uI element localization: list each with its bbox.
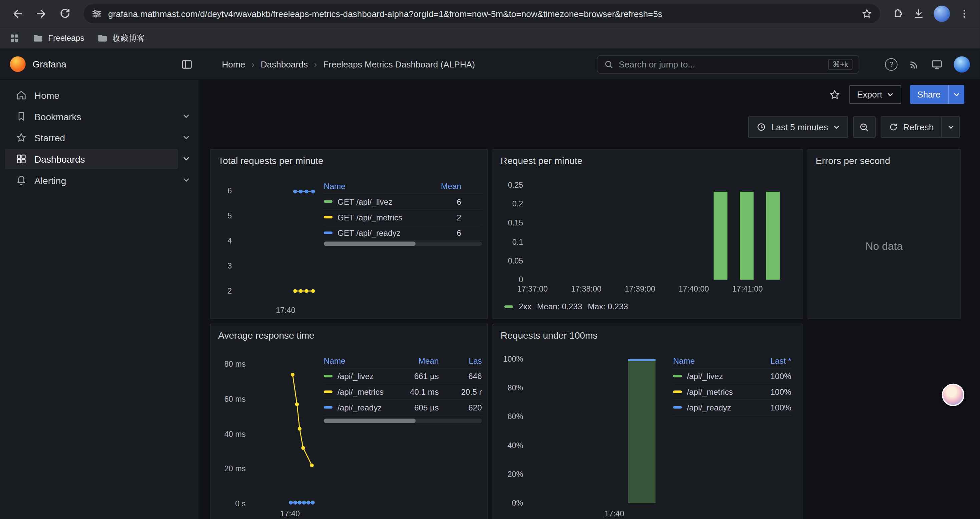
refresh-button[interactable]: Refresh — [881, 117, 942, 138]
chevron-down-icon[interactable] — [183, 155, 190, 163]
dashboards-icon — [16, 153, 27, 164]
series-swatch — [324, 232, 332, 234]
bookmark-label: 收藏博客 — [112, 32, 145, 43]
browser-profile-avatar[interactable] — [934, 6, 950, 22]
series-name[interactable]: /api/_livez — [337, 371, 374, 381]
series-name[interactable]: GET /api/_readyz — [337, 228, 401, 238]
browser-menu-icon[interactable] — [959, 8, 970, 19]
series-name[interactable]: GET /api/_livez — [337, 197, 393, 206]
series-name[interactable]: /api/_metrics — [337, 387, 383, 396]
legend-header-mean[interactable]: Mean — [424, 181, 461, 191]
zoom-out-button[interactable] — [853, 117, 876, 138]
legend-header-name[interactable]: Name — [324, 181, 424, 191]
chevron-down-icon — [886, 91, 894, 98]
export-button[interactable]: Export — [850, 85, 901, 104]
series-mean: 661 µs — [401, 371, 439, 381]
grafana-logo[interactable] — [10, 56, 26, 72]
sidebar-toggle-icon[interactable] — [180, 58, 193, 70]
extensions-icon[interactable] — [891, 7, 904, 20]
legend-header-mean[interactable]: Mean — [401, 356, 439, 366]
share-button[interactable]: Share — [910, 85, 964, 104]
back-icon[interactable] — [7, 4, 27, 24]
apps-grid-icon[interactable] — [9, 32, 20, 43]
legend-row: /api/_livez 661 µs 646 — [324, 369, 482, 385]
refresh-icon — [889, 122, 898, 132]
user-avatar[interactable] — [954, 56, 970, 73]
downloads-icon[interactable] — [913, 7, 925, 20]
bookmark-star-icon[interactable] — [861, 8, 873, 19]
breadcrumb-dashboards[interactable]: Dashboards — [261, 59, 307, 69]
search-input[interactable] — [619, 59, 823, 69]
series-name[interactable]: /api/_livez — [687, 371, 723, 381]
legend-header-name[interactable]: Name — [673, 356, 754, 366]
bar-chart[interactable] — [528, 185, 792, 280]
legend-row: /api/_metrics 100% — [673, 384, 791, 400]
x-axis-label: 17:40 — [267, 306, 304, 315]
legend-header-name[interactable]: Name — [324, 356, 401, 366]
time-range-picker[interactable]: Last 5 minutes — [748, 117, 848, 138]
url-input[interactable] — [108, 9, 856, 19]
search-shortcut: ⌘+k — [828, 59, 853, 70]
share-menu-caret[interactable] — [948, 85, 964, 104]
series-name[interactable]: GET /api/_metrics — [337, 212, 402, 222]
panel-title[interactable]: Average response time — [218, 330, 315, 340]
scrollbar-thumb[interactable] — [324, 241, 415, 246]
sidebar-item-starred[interactable]: Starred — [0, 127, 199, 148]
favorite-star-icon[interactable] — [829, 88, 841, 101]
series-name[interactable]: /api/_metrics — [687, 387, 733, 396]
sidebar-item-bookmarks[interactable]: Bookmarks — [0, 106, 199, 127]
time-controls: Last 5 minutes Refresh — [748, 117, 960, 138]
sidebar-item-dashboards[interactable]: Dashboards — [0, 148, 199, 170]
chevron-down-icon[interactable] — [183, 176, 190, 184]
bell-icon — [16, 175, 27, 186]
panel-title[interactable]: Requests under 100ms — [501, 330, 598, 340]
series-last: 100% — [754, 371, 791, 381]
legend-header-last[interactable]: Last * — [754, 356, 791, 366]
panel-title[interactable]: Errors per second — [816, 155, 890, 166]
series-name[interactable]: /api/_readyz — [337, 403, 382, 412]
scrollbar-thumb[interactable] — [324, 419, 415, 423]
breadcrumb-current: Freeleaps Metrics Dashboard (ALPHA) — [323, 59, 475, 69]
browser-window: Freeleaps 收藏博客 Grafana Home › Dashboards… — [0, 0, 980, 519]
assistant-avatar[interactable] — [942, 384, 964, 406]
nav-list: Home Bookmarks Starred — [0, 85, 199, 191]
grafana-header: Grafana Home › Dashboards › Freeleaps Me… — [0, 49, 980, 80]
nav-sidebar: Home Bookmarks Starred — [0, 80, 199, 519]
legend-table: Name Mean Las /api/_livez 661 µs 646 /ap… — [324, 354, 482, 415]
panel-title[interactable]: Total requests per minute — [218, 155, 323, 166]
chevron-down-icon[interactable] — [183, 134, 190, 141]
series-swatch — [673, 406, 682, 409]
forward-icon[interactable] — [31, 4, 51, 24]
address-bar[interactable] — [84, 4, 880, 23]
clock-icon — [756, 122, 766, 132]
series-name[interactable]: 2xx — [519, 302, 531, 311]
legend-scrollbar[interactable] — [324, 419, 482, 423]
bookmark-folder-freeleaps[interactable]: Freeleaps — [32, 32, 84, 43]
legend-header-last[interactable]: Las — [439, 356, 482, 366]
line-chart[interactable] — [232, 192, 326, 291]
help-icon[interactable]: ? — [885, 58, 897, 70]
site-settings-icon[interactable] — [91, 8, 103, 19]
sidebar-item-alerting[interactable]: Alerting — [0, 170, 199, 191]
legend: 2xx Mean: 0.233 Max: 0.233 — [504, 302, 628, 311]
breadcrumb-home[interactable]: Home — [222, 59, 245, 69]
y-axis: 0.250.20.150.10.050 — [497, 181, 523, 284]
header-icons: ? — [885, 49, 970, 80]
sidebar-item-home[interactable]: Home — [0, 85, 199, 106]
legend-scrollbar[interactable] — [324, 241, 482, 246]
series-name[interactable]: /api/_readyz — [687, 403, 731, 412]
bookmark-folder-blogs[interactable]: 收藏博客 — [97, 32, 145, 43]
reload-icon[interactable] — [55, 4, 75, 24]
share-label: Share — [917, 89, 941, 99]
bookmarks-bar: Freeleaps 收藏博客 — [0, 27, 980, 49]
series-mean: 40.1 ms — [401, 387, 439, 396]
search-box[interactable]: ⌘+k — [597, 55, 859, 74]
panel-title[interactable]: Request per minute — [501, 155, 582, 166]
y-axis: 80 ms60 ms40 ms20 ms0 s — [213, 360, 245, 508]
chevron-down-icon — [833, 124, 840, 131]
news-icon[interactable] — [908, 58, 920, 70]
refresh-interval-caret[interactable] — [941, 117, 960, 138]
screen-icon[interactable] — [931, 58, 943, 70]
header-left: Grafana — [0, 49, 199, 80]
chevron-down-icon[interactable] — [183, 113, 190, 120]
